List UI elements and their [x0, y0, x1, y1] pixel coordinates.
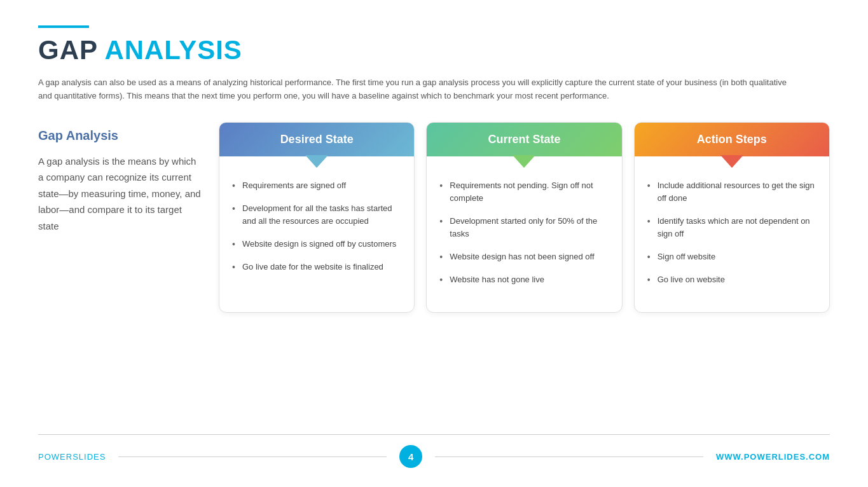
- header-bar: [38, 25, 89, 28]
- list-item: Sign off website: [647, 250, 816, 263]
- list-item: Website design is signed off by customer…: [232, 238, 401, 250]
- page-title: GAP ANALYSIS: [38, 36, 830, 65]
- list-item: Development for all the tasks has starte…: [232, 202, 401, 228]
- list-item: Requirements are signed off: [232, 179, 401, 192]
- footer: POWERSLIDES 4 WWW.POWERLIDES.COM: [38, 434, 830, 468]
- footer-page-number: 4: [399, 445, 422, 468]
- footer-link: WWW.POWERLIDES.COM: [716, 452, 830, 462]
- card-desired: Desired State Requirements are signed of…: [219, 122, 415, 313]
- card-current-title: Current State: [488, 133, 560, 146]
- main-content: Gap Analysis A gap analysis is the means…: [38, 122, 830, 422]
- list-item: Requirements not pending. Sign off not c…: [439, 179, 609, 205]
- card-action-body: Include additional resources to get the …: [635, 156, 829, 312]
- footer-brand-normal: SLIDES: [72, 452, 106, 462]
- card-action-list: Include additional resources to get the …: [647, 179, 816, 287]
- card-action-header: Action Steps: [635, 123, 829, 156]
- card-desired-list: Requirements are signed off Development …: [232, 179, 401, 274]
- list-item: Go live on website: [647, 273, 816, 286]
- left-panel-heading: Gap Analysis: [38, 128, 203, 143]
- card-desired-body: Requirements are signed off Development …: [219, 156, 414, 312]
- card-current-header: Current State: [427, 123, 621, 156]
- card-action: Action Steps Include additional resource…: [634, 122, 830, 313]
- card-current: Current State Requirements not pending. …: [426, 122, 622, 313]
- list-item: Website has not gone live: [439, 273, 609, 286]
- description-text: A gap analysis can also be used as a mea…: [38, 76, 801, 103]
- footer-line-left: [118, 456, 387, 457]
- list-item: Development started only for 50% of the …: [439, 215, 609, 240]
- left-panel: Gap Analysis A gap analysis is the means…: [38, 122, 203, 235]
- card-action-title: Action Steps: [697, 133, 767, 146]
- list-item: Website design has not been signed off: [439, 250, 609, 263]
- card-current-body: Requirements not pending. Sign off not c…: [427, 156, 621, 312]
- slide: GAP ANALYSIS A gap analysis can also be …: [0, 0, 868, 487]
- card-desired-title: Desired State: [280, 133, 354, 146]
- list-item: Include additional resources to get the …: [647, 179, 816, 205]
- title-gap: GAP: [38, 35, 104, 65]
- list-item: Identify tasks which are not dependent o…: [647, 215, 816, 240]
- title-analysis: ANALYSIS: [104, 35, 242, 65]
- card-desired-header: Desired State: [219, 123, 414, 156]
- cards-container: Desired State Requirements are signed of…: [219, 122, 830, 313]
- left-panel-body: A gap analysis is the means by which a c…: [38, 153, 203, 235]
- footer-brand-bold: POWER: [38, 452, 72, 462]
- footer-line-right: [435, 456, 703, 457]
- footer-brand: POWERSLIDES: [38, 452, 106, 462]
- card-current-list: Requirements not pending. Sign off not c…: [439, 179, 609, 287]
- list-item: Go live date for the website is finalize…: [232, 261, 401, 273]
